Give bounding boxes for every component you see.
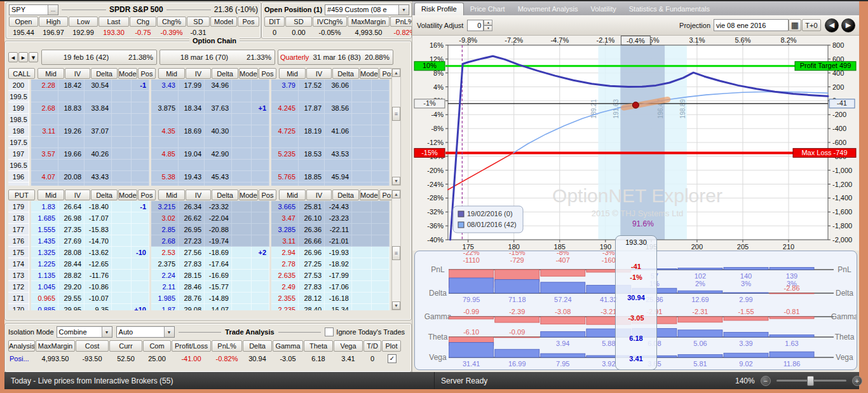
iv-cell[interactable]: 27.35 xyxy=(58,224,85,235)
delta-cell[interactable]: -9.35 xyxy=(85,304,112,310)
model-cell[interactable] xyxy=(352,171,372,183)
delta-cell[interactable] xyxy=(325,91,352,102)
delta-cell[interactable]: -14.89 xyxy=(205,293,232,304)
put-scrollbar[interactable]: ▲ ≡ ▼ xyxy=(391,190,401,310)
iv-cell[interactable]: 17.52 xyxy=(299,79,325,91)
pos-cell[interactable] xyxy=(252,125,269,137)
auto-dropdown-icon[interactable]: ▾ xyxy=(164,327,174,337)
mid-cell[interactable]: 3.11 xyxy=(271,235,299,247)
chain-column-header[interactable]: Model xyxy=(118,68,137,79)
model-cell[interactable] xyxy=(352,137,372,148)
iv-cell[interactable] xyxy=(299,91,325,102)
mid-cell[interactable]: 2.68 xyxy=(31,102,58,114)
mid-cell[interactable]: 1.87 xyxy=(151,304,179,310)
model-cell[interactable] xyxy=(112,293,132,304)
iv-cell[interactable]: 26.36 xyxy=(299,224,325,235)
model-cell[interactable] xyxy=(112,137,132,148)
mid-cell[interactable] xyxy=(271,183,299,186)
delta-cell[interactable]: -13.62 xyxy=(85,247,112,258)
model-cell[interactable] xyxy=(232,148,252,160)
pos-cell[interactable] xyxy=(372,258,390,270)
tab-risk-profile[interactable]: Risk Profile xyxy=(414,3,464,15)
iv-cell[interactable]: 26.34 xyxy=(179,201,205,212)
iv-cell[interactable]: 18.34 xyxy=(179,102,205,114)
iv-cell[interactable]: 28.08 xyxy=(58,247,85,258)
vol-adjust-up-icon[interactable]: ▲ xyxy=(484,20,492,25)
tab-price-chart[interactable]: Price Chart xyxy=(464,3,512,15)
pos-cell[interactable] xyxy=(372,160,390,171)
pos-cell[interactable] xyxy=(132,270,149,281)
trade-column-header[interactable]: Delta xyxy=(243,340,272,352)
mid-cell[interactable]: 3.875 xyxy=(151,102,179,114)
pos-cell[interactable] xyxy=(252,114,269,125)
quote-column-header[interactable]: Low xyxy=(69,17,98,27)
model-cell[interactable] xyxy=(232,171,252,183)
zoom-in-button[interactable]: + xyxy=(852,376,862,386)
delta-cell[interactable] xyxy=(85,137,112,148)
chain-column-header[interactable]: Model xyxy=(239,68,258,79)
mid-cell[interactable]: 2.235 xyxy=(271,304,299,310)
pos-cell[interactable] xyxy=(252,171,269,183)
delta-cell[interactable]: -17.06 xyxy=(325,281,352,293)
iv-cell[interactable] xyxy=(58,114,85,125)
model-cell[interactable] xyxy=(112,171,132,183)
model-cell[interactable] xyxy=(232,247,252,258)
iv-cell[interactable]: 28.12 xyxy=(299,293,325,304)
mid-cell[interactable]: 5.765 xyxy=(271,171,299,183)
pos-cell[interactable] xyxy=(252,79,269,91)
quote-column-header[interactable]: SD xyxy=(187,17,210,27)
model-cell[interactable] xyxy=(352,148,372,160)
iv-cell[interactable]: 18.42 xyxy=(58,79,85,91)
mid-cell[interactable]: 4.35 xyxy=(151,125,179,137)
model-cell[interactable] xyxy=(232,224,252,235)
call-scroll-thumb[interactable]: ≡ xyxy=(392,107,400,121)
expiry-header[interactable]: 19 feb 16 (42)21.38% xyxy=(41,50,157,65)
chain-column-header[interactable]: Pos xyxy=(259,190,276,200)
iv-cell[interactable]: 19.04 xyxy=(179,148,205,160)
model-cell[interactable] xyxy=(352,79,372,91)
delta-cell[interactable] xyxy=(205,91,232,102)
analysis-row-name[interactable]: Posi... xyxy=(8,353,35,364)
iv-cell[interactable] xyxy=(179,160,205,171)
model-cell[interactable] xyxy=(352,201,372,212)
model-cell[interactable] xyxy=(352,102,372,114)
model-cell[interactable] xyxy=(232,281,252,293)
ignore-trades-checkbox[interactable] xyxy=(325,328,334,336)
delta-cell[interactable] xyxy=(325,137,352,148)
call-scroll-down-icon[interactable]: ▼ xyxy=(392,177,400,185)
delta-cell[interactable]: 37.63 xyxy=(205,102,232,114)
iv-cell[interactable]: 18.69 xyxy=(179,125,205,137)
call-scrollbar[interactable]: ▲ ≡ ▼ xyxy=(391,68,401,186)
chain-column-header[interactable]: Delta xyxy=(91,68,118,79)
chain-column-header[interactable]: Mid xyxy=(158,68,185,79)
chain-column-header[interactable]: Delta xyxy=(332,190,359,200)
symbol-combo[interactable]: SPY ... xyxy=(9,4,58,15)
tab-volatility[interactable]: Volatility xyxy=(584,3,622,15)
position-selector-combo[interactable]: #459 Custom (08 e ▾ xyxy=(325,4,409,15)
chain-column-header[interactable]: Delta xyxy=(212,68,238,79)
delta-cell[interactable]: 38.56 xyxy=(325,102,352,114)
iv-cell[interactable] xyxy=(299,114,325,125)
tab-movement-analysis[interactable]: Movement Analysis xyxy=(512,3,585,15)
iv-cell[interactable] xyxy=(58,91,85,102)
mid-cell[interactable]: 1.83 xyxy=(31,201,58,212)
call-scroll-up-icon[interactable]: ▲ xyxy=(392,69,400,77)
pos-cell[interactable] xyxy=(372,171,390,183)
delta-cell[interactable]: -18.92 xyxy=(325,258,352,270)
chain-nav-right-icon[interactable]: ▸ xyxy=(18,52,28,62)
pos-cell[interactable] xyxy=(372,183,390,186)
chain-nav-dropdown-icon[interactable]: ▾ xyxy=(29,52,38,62)
pos-cell[interactable] xyxy=(132,171,149,183)
delta-cell[interactable]: -10.86 xyxy=(85,281,112,293)
model-cell[interactable] xyxy=(352,212,372,224)
model-cell[interactable] xyxy=(232,270,252,281)
pos-cell[interactable] xyxy=(372,212,390,224)
pos-cell[interactable] xyxy=(372,91,390,102)
iv-cell[interactable]: 20.08 xyxy=(58,171,85,183)
pos-cell[interactable] xyxy=(252,304,269,310)
iv-cell[interactable]: 18.53 xyxy=(299,148,325,160)
mid-cell[interactable] xyxy=(151,91,179,102)
delta-cell[interactable] xyxy=(325,160,352,171)
quote-column-header[interactable]: Chg xyxy=(130,17,156,27)
model-cell[interactable] xyxy=(112,91,132,102)
